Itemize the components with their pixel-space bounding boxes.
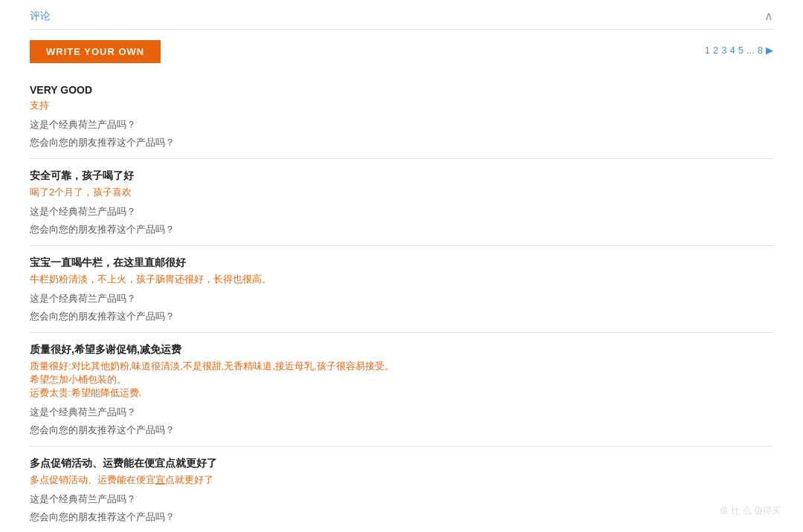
review-2: 安全可靠，孩子喝了好 喝了2个月了，孩子喜欢 这是个经典荷兰产品吗？ 您会向您的…	[30, 159, 773, 246]
review-4-subtitle: 质量很好:对比其他奶粉,味道很清淡,不是很甜,无香精味道,接近母乳,孩子很容易接…	[30, 360, 773, 400]
page-5[interactable]: 5	[738, 45, 744, 56]
review-2-q1: 这是个经典荷兰产品吗？	[30, 205, 773, 218]
pagination-top: 1 2 3 4 5 ... 8 ▶	[705, 45, 773, 56]
page-2[interactable]: 2	[713, 45, 718, 56]
review-1-q1: 这是个经典荷兰产品吗？	[30, 118, 773, 132]
page-ellipsis: ...	[746, 45, 755, 56]
review-3-subtitle: 牛栏奶粉清淡，不上火，孩子肠胃还很好，长得也很高。	[30, 273, 773, 286]
page-3[interactable]: 3	[721, 45, 726, 56]
review-5-q2: 您会向您的朋友推荐这个产品吗？	[30, 510, 773, 524]
page-4[interactable]: 4	[729, 45, 735, 56]
top-bar: WRITE YOUR OWN 1 2 3 4 5 ... 8 ▶	[30, 30, 773, 71]
review-2-subtitle: 喝了2个月了，孩子喜欢	[30, 186, 773, 199]
review-2-q2: 您会向您的朋友推荐这个产品吗？	[30, 223, 773, 236]
section-header: 评论 ∧	[30, 0, 773, 30]
write-own-button-top[interactable]: WRITE YOUR OWN	[30, 40, 161, 63]
collapse-icon[interactable]: ∧	[764, 9, 773, 23]
review-3: 宝宝一直喝牛栏，在这里直邮很好 牛栏奶粉清淡，不上火，孩子肠胃还很好，长得也很高…	[30, 246, 773, 333]
review-5-q1: 这是个经典荷兰产品吗？	[30, 493, 773, 506]
section-title: 评论	[30, 10, 51, 23]
review-1-q2: 您会向您的朋友推荐这个产品吗？	[30, 136, 773, 149]
review-5: 多点促销活动、运费能在便宜点就更好了 多点促销活动、运费能在便宜宜点就更好了 这…	[30, 447, 773, 532]
review-3-q2: 您会向您的朋友推荐这个产品吗？	[30, 310, 773, 323]
review-1-title: VERY GOOD	[30, 84, 773, 96]
review-5-subtitle: 多点促销活动、运费能在便宜宜点就更好了	[30, 473, 773, 487]
review-5-title: 多点促销活动、运费能在便宜点就更好了	[30, 457, 773, 470]
next-arrow-top[interactable]: ▶	[766, 45, 773, 56]
review-4-title: 质量很好,希望多谢促销,减免运费	[30, 343, 773, 357]
review-1-subtitle: 支持	[30, 99, 773, 112]
review-4-q1: 这是个经典荷兰产品吗？	[30, 406, 773, 419]
page-1[interactable]: 1	[705, 45, 710, 56]
review-1: VERY GOOD 支持 这是个经典荷兰产品吗？ 您会向您的朋友推荐这个产品吗？	[30, 74, 773, 159]
review-3-q1: 这是个经典荷兰产品吗？	[30, 292, 773, 305]
page-8[interactable]: 8	[758, 45, 763, 56]
review-3-title: 宝宝一直喝牛栏，在这里直邮很好	[30, 256, 773, 270]
review-2-title: 安全可靠，孩子喝了好	[30, 169, 773, 183]
review-4: 质量很好,希望多谢促销,减免运费 质量很好:对比其他奶粉,味道很清淡,不是很甜,…	[30, 333, 773, 447]
review-4-q2: 您会向您的朋友推荐这个产品吗？	[30, 424, 773, 437]
